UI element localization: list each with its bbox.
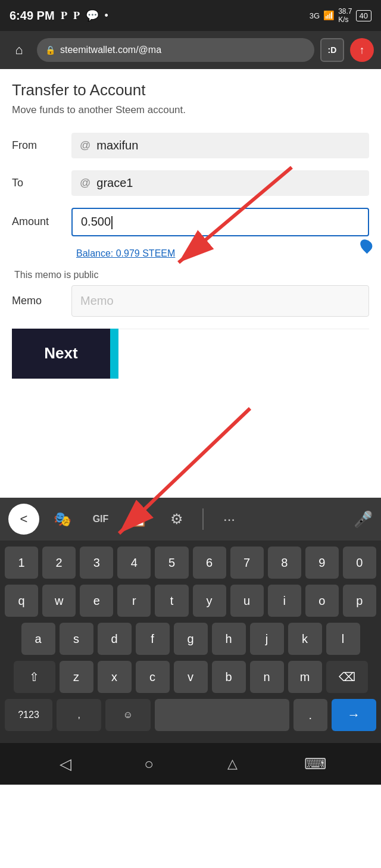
balance-link[interactable]: Balance: 0.979 STEEM	[76, 248, 369, 259]
key-e[interactable]: e	[80, 585, 113, 617]
key-o[interactable]: o	[305, 585, 339, 617]
upload-button[interactable]: ↑	[350, 38, 374, 62]
key-b[interactable]: b	[212, 661, 246, 693]
keyboard-row-z: ⇧ z x c v b n m ⌫	[5, 661, 376, 693]
nav-back-icon: ◁	[60, 755, 71, 773]
next-right-space	[118, 329, 369, 379]
key-a[interactable]: a	[21, 623, 55, 655]
page-subtitle: Move funds to another Steem account.	[12, 104, 369, 116]
key-k[interactable]: k	[288, 623, 322, 655]
key-c[interactable]: c	[136, 661, 170, 693]
key-5[interactable]: 5	[155, 547, 188, 579]
from-row: From @ maxifun	[12, 133, 369, 158]
teal-divider	[110, 329, 118, 379]
key-h[interactable]: h	[212, 623, 246, 655]
key-l[interactable]: l	[326, 623, 360, 655]
lock-icon: 🔒	[45, 45, 55, 55]
next-section: Next	[12, 329, 369, 379]
keyboard-back-button[interactable]: <	[8, 504, 39, 535]
keyboard-gif-button[interactable]: GIF	[86, 504, 115, 534]
nav-keyboard-button[interactable]: ⌨	[301, 749, 330, 779]
key-i[interactable]: i	[268, 585, 301, 617]
nav-home-icon: ○	[144, 755, 154, 773]
next-button[interactable]: Next	[12, 329, 110, 379]
status-icon-dot: •	[105, 10, 108, 22]
page-content: Transfer to Account Move funds to anothe…	[0, 69, 381, 498]
status-network: 3G	[310, 11, 320, 20]
browser-bar: ⌂ 🔒 steemitwallet.com/@ma :D ↑	[0, 31, 381, 69]
key-u[interactable]: u	[230, 585, 264, 617]
key-7[interactable]: 7	[230, 547, 264, 579]
key-y[interactable]: y	[193, 585, 226, 617]
key-p[interactable]: p	[343, 585, 376, 617]
key-9[interactable]: 9	[305, 547, 339, 579]
keyboard: 1 2 3 4 5 6 7 8 9 0 q w e r t y u i o p …	[0, 541, 381, 743]
symbols-key[interactable]: ?123	[5, 699, 52, 731]
key-t[interactable]: t	[155, 585, 188, 617]
key-w[interactable]: w	[42, 585, 76, 617]
tab-button[interactable]: :D	[320, 38, 344, 62]
status-battery: 40	[356, 10, 371, 21]
keyboard-settings-button[interactable]: ⚙	[162, 504, 192, 534]
status-signal: 📶	[323, 10, 335, 21]
status-icon-whatsapp: 💬	[86, 9, 99, 22]
keyboard-sticker-button[interactable]: 🎭	[48, 504, 77, 534]
amount-label: Amount	[12, 216, 71, 228]
comma-key[interactable]: ,	[57, 699, 101, 731]
mic-icon: 🎤	[354, 510, 373, 528]
key-s[interactable]: s	[60, 623, 93, 655]
status-icon-p2: 𝐏	[73, 10, 80, 22]
to-input-wrapper[interactable]: @ grace1	[71, 170, 369, 196]
emoji-key[interactable]: ☺	[105, 699, 150, 731]
keyboard-row-a: a s d f g h j k l	[5, 623, 376, 655]
status-icon-p1: 𝐏	[61, 10, 67, 22]
key-z[interactable]: z	[60, 661, 93, 693]
clipboard-icon: 📋	[130, 511, 148, 527]
key-g[interactable]: g	[174, 623, 208, 655]
key-j[interactable]: j	[250, 623, 284, 655]
home-button[interactable]: ⌂	[7, 38, 31, 62]
sticker-icon: 🎭	[54, 511, 71, 527]
nav-keyboard-icon: ⌨	[304, 755, 327, 773]
shift-key[interactable]: ⇧	[14, 661, 55, 693]
nav-back-button[interactable]: ◁	[51, 749, 80, 779]
gif-label: GIF	[93, 514, 109, 524]
key-r[interactable]: r	[117, 585, 151, 617]
key-1[interactable]: 1	[5, 547, 38, 579]
keyboard-toolbar: < 🎭 GIF 📋 ⚙ ··· 🎤	[0, 498, 381, 541]
key-2[interactable]: 2	[42, 547, 76, 579]
keyboard-row-bottom: ?123 , ☺ . →	[5, 699, 376, 731]
keyboard-separator	[202, 508, 204, 530]
home-icon: ⌂	[15, 42, 23, 58]
back-icon: <	[20, 511, 28, 527]
from-input-wrapper[interactable]: @ maxifun	[71, 133, 369, 158]
key-n[interactable]: n	[250, 661, 284, 693]
space-key[interactable]	[155, 699, 289, 731]
nav-home-button[interactable]: ○	[134, 749, 164, 779]
nav-recent-button[interactable]: △	[217, 749, 247, 779]
key-3[interactable]: 3	[80, 547, 113, 579]
key-f[interactable]: f	[136, 623, 170, 655]
mic-button[interactable]: 🎤	[354, 510, 373, 529]
url-bar[interactable]: 🔒 steemitwallet.com/@ma	[37, 38, 314, 62]
backspace-key[interactable]: ⌫	[326, 661, 368, 693]
key-6[interactable]: 6	[193, 547, 226, 579]
keyboard-more-button[interactable]: ···	[214, 504, 244, 534]
from-value: maxifun	[96, 139, 361, 152]
key-x[interactable]: x	[98, 661, 132, 693]
key-m[interactable]: m	[288, 661, 322, 693]
amount-value: 0.500	[81, 215, 354, 229]
enter-key[interactable]: →	[332, 699, 376, 731]
key-q[interactable]: q	[5, 585, 38, 617]
keyboard-clipboard-button[interactable]: 📋	[124, 504, 154, 534]
period-key[interactable]: .	[293, 699, 327, 731]
amount-row: Amount 0.500	[12, 208, 369, 236]
memo-input-wrapper[interactable]: Memo	[71, 285, 369, 317]
to-value: grace1	[96, 176, 361, 190]
key-0[interactable]: 0	[343, 547, 376, 579]
key-4[interactable]: 4	[117, 547, 151, 579]
key-d[interactable]: d	[98, 623, 132, 655]
key-8[interactable]: 8	[268, 547, 301, 579]
key-v[interactable]: v	[174, 661, 208, 693]
amount-input-wrapper[interactable]: 0.500	[71, 208, 369, 236]
